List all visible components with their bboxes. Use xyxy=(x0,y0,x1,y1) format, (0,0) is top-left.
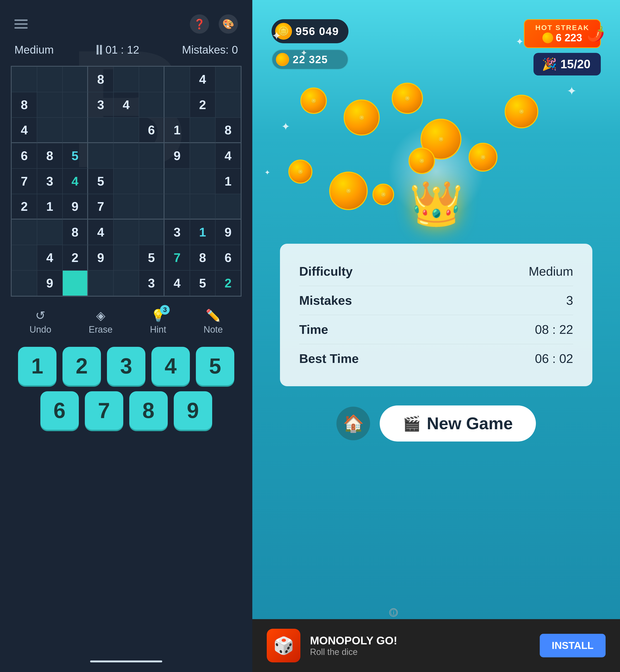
cell-3-7[interactable] xyxy=(190,143,215,168)
cell-5-6[interactable] xyxy=(164,194,190,219)
num-6-button[interactable]: 6 xyxy=(40,391,79,430)
cell-8-8[interactable]: 2 xyxy=(215,270,241,296)
cell-1-5[interactable] xyxy=(139,92,164,117)
cell-0-1[interactable] xyxy=(37,66,62,92)
cell-6-4[interactable] xyxy=(113,219,139,245)
cell-0-2[interactable] xyxy=(62,66,88,92)
num-2-button[interactable]: 2 xyxy=(62,347,101,385)
cell-6-7[interactable]: 1 xyxy=(190,219,215,245)
cell-0-8[interactable] xyxy=(215,66,241,92)
cell-6-1[interactable] xyxy=(37,219,62,245)
cell-2-4[interactable] xyxy=(113,117,139,143)
cell-2-6[interactable]: 1 xyxy=(164,117,190,143)
cell-5-7[interactable] xyxy=(190,194,215,219)
cell-0-5[interactable] xyxy=(139,66,164,92)
cell-7-2[interactable]: 2 xyxy=(62,245,88,270)
menu-button[interactable] xyxy=(14,19,28,29)
cell-5-5[interactable] xyxy=(139,194,164,219)
cell-6-3[interactable]: 4 xyxy=(88,219,113,245)
cell-5-0[interactable]: 2 xyxy=(11,194,37,219)
num-8-button[interactable]: 8 xyxy=(129,391,168,430)
cell-0-0[interactable] xyxy=(11,66,37,92)
cell-3-4[interactable] xyxy=(113,143,139,168)
cell-4-2[interactable]: 4 xyxy=(62,168,88,194)
num-4-button[interactable]: 4 xyxy=(151,347,190,385)
cell-8-7[interactable]: 5 xyxy=(190,270,215,296)
cell-1-0[interactable]: 8 xyxy=(11,92,37,117)
cell-5-1[interactable]: 1 xyxy=(37,194,62,219)
cell-6-2[interactable]: 8 xyxy=(62,219,88,245)
cell-0-7[interactable]: 4 xyxy=(190,66,215,92)
cell-5-8[interactable] xyxy=(215,194,241,219)
num-3-button[interactable]: 3 xyxy=(107,347,145,385)
cell-4-7[interactable] xyxy=(190,168,215,194)
cell-8-6[interactable]: 4 xyxy=(164,270,190,296)
cell-3-3[interactable] xyxy=(88,143,113,168)
cell-0-6[interactable] xyxy=(164,66,190,92)
cell-5-3[interactable]: 7 xyxy=(88,194,113,219)
cell-1-1[interactable] xyxy=(37,92,62,117)
cell-7-5[interactable]: 5 xyxy=(139,245,164,270)
cell-2-7[interactable] xyxy=(190,117,215,143)
cell-4-1[interactable]: 3 xyxy=(37,168,62,194)
cell-6-0[interactable] xyxy=(11,219,37,245)
cell-4-0[interactable]: 7 xyxy=(11,168,37,194)
cell-2-1[interactable] xyxy=(37,117,62,143)
cell-2-5[interactable]: 6 xyxy=(139,117,164,143)
theme-button[interactable]: 🎨 xyxy=(219,14,238,34)
cell-7-1[interactable]: 4 xyxy=(37,245,62,270)
cell-2-0[interactable]: 4 xyxy=(11,117,37,143)
cell-6-6[interactable]: 3 xyxy=(164,219,190,245)
cell-2-3[interactable] xyxy=(88,117,113,143)
cell-6-8[interactable]: 9 xyxy=(215,219,241,245)
cell-8-4[interactable] xyxy=(113,270,139,296)
cell-3-2[interactable]: 5 xyxy=(62,143,88,168)
cell-3-5[interactable] xyxy=(139,143,164,168)
cell-1-2[interactable] xyxy=(62,92,88,117)
cell-1-3[interactable]: 3 xyxy=(88,92,113,117)
cell-3-1[interactable]: 8 xyxy=(37,143,62,168)
cell-8-3[interactable] xyxy=(88,270,113,296)
cell-2-8[interactable]: 8 xyxy=(215,117,241,143)
num-5-button[interactable]: 5 xyxy=(196,347,234,385)
cell-1-7[interactable]: 2 xyxy=(190,92,215,117)
cell-7-6[interactable]: 7 xyxy=(164,245,190,270)
num-7-button[interactable]: 7 xyxy=(85,391,123,430)
home-button[interactable]: 🏠 xyxy=(337,407,370,440)
cell-4-5[interactable] xyxy=(139,168,164,194)
cell-3-6[interactable]: 9 xyxy=(164,143,190,168)
cell-7-0[interactable] xyxy=(11,245,37,270)
num-1-button[interactable]: 1 xyxy=(18,347,56,385)
cell-4-4[interactable] xyxy=(113,168,139,194)
cell-8-0[interactable] xyxy=(11,270,37,296)
undo-button[interactable]: ↺ Undo xyxy=(30,309,51,335)
cell-7-7[interactable]: 8 xyxy=(190,245,215,270)
num-9-button[interactable]: 9 xyxy=(174,391,212,430)
cell-8-2[interactable] xyxy=(62,270,88,296)
cell-3-8[interactable]: 4 xyxy=(215,143,241,168)
cell-1-4[interactable]: 4 xyxy=(113,92,139,117)
cell-7-3[interactable]: 9 xyxy=(88,245,113,270)
cell-4-3[interactable]: 5 xyxy=(88,168,113,194)
cell-6-5[interactable] xyxy=(139,219,164,245)
cell-4-8[interactable]: 1 xyxy=(215,168,241,194)
cell-5-4[interactable] xyxy=(113,194,139,219)
new-game-button[interactable]: 🎬 New Game xyxy=(380,406,536,442)
hint-button[interactable]: 3 💡 Hint xyxy=(150,309,166,335)
erase-button[interactable]: ◈ Erase xyxy=(89,309,112,335)
note-button[interactable]: ✏️ Note xyxy=(204,309,223,335)
info-dot[interactable]: ⓘ xyxy=(389,608,398,617)
cell-0-4[interactable] xyxy=(113,66,139,92)
install-button[interactable]: INSTALL xyxy=(540,634,606,657)
cell-1-8[interactable] xyxy=(215,92,241,117)
cell-8-1[interactable]: 9 xyxy=(37,270,62,296)
cell-7-8[interactable]: 6 xyxy=(215,245,241,270)
cell-3-0[interactable]: 6 xyxy=(11,143,37,168)
cell-7-4[interactable] xyxy=(113,245,139,270)
cell-2-2[interactable] xyxy=(62,117,88,143)
cell-8-5[interactable]: 3 xyxy=(139,270,164,296)
help-button[interactable]: ❓ xyxy=(190,14,209,34)
cell-5-2[interactable]: 9 xyxy=(62,194,88,219)
cell-4-6[interactable] xyxy=(164,168,190,194)
cell-1-6[interactable] xyxy=(164,92,190,117)
